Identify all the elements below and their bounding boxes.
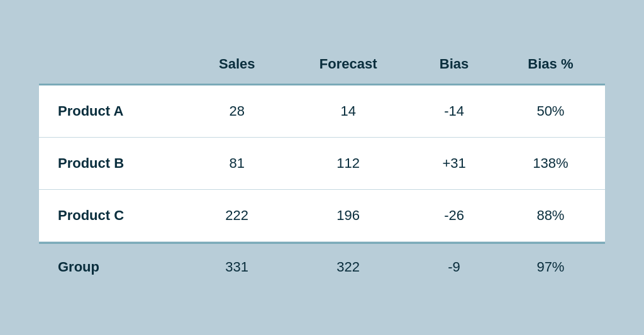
product-a-bias: -14 (412, 85, 496, 138)
product-b-bias: +31 (412, 138, 496, 190)
forecast-table: Sales Forecast Bias Bias % Product A 28 … (39, 45, 605, 290)
product-c-sales: 222 (189, 190, 284, 242)
header-product (39, 45, 189, 84)
header-row: Sales Forecast Bias Bias % (39, 45, 605, 84)
group-bias-pct: 97% (496, 244, 605, 290)
table-row: Product A 28 14 -14 50% (39, 85, 605, 138)
group-name: Group (39, 244, 189, 290)
header-bias: Bias (412, 45, 496, 84)
group-forecast: 322 (284, 244, 412, 290)
product-a-bias-pct: 50% (496, 85, 605, 138)
product-a-forecast: 14 (284, 85, 412, 138)
product-c-bias: -26 (412, 190, 496, 242)
table-row: Product B 81 112 +31 138% (39, 138, 605, 190)
product-b-sales: 81 (189, 138, 284, 190)
group-bias: -9 (412, 244, 496, 290)
group-sales: 331 (189, 244, 284, 290)
product-c-forecast: 196 (284, 190, 412, 242)
header-bias-pct: Bias % (496, 45, 605, 84)
product-b-forecast: 112 (284, 138, 412, 190)
table-body: Product A 28 14 -14 50% Product B 81 112… (39, 85, 605, 244)
header-sales: Sales (189, 45, 284, 84)
product-c-name: Product C (39, 190, 189, 242)
product-a-sales: 28 (189, 85, 284, 138)
product-b-bias-pct: 138% (496, 138, 605, 190)
table-footer: Group 331 322 -9 97% (39, 244, 605, 290)
table-row: Product C 222 196 -26 88% (39, 190, 605, 242)
product-c-bias-pct: 88% (496, 190, 605, 242)
table-container: Sales Forecast Bias Bias % Product A 28 … (20, 32, 624, 303)
footer-row: Group 331 322 -9 97% (39, 244, 605, 290)
product-b-name: Product B (39, 138, 189, 190)
header-forecast: Forecast (284, 45, 412, 84)
product-a-name: Product A (39, 85, 189, 138)
